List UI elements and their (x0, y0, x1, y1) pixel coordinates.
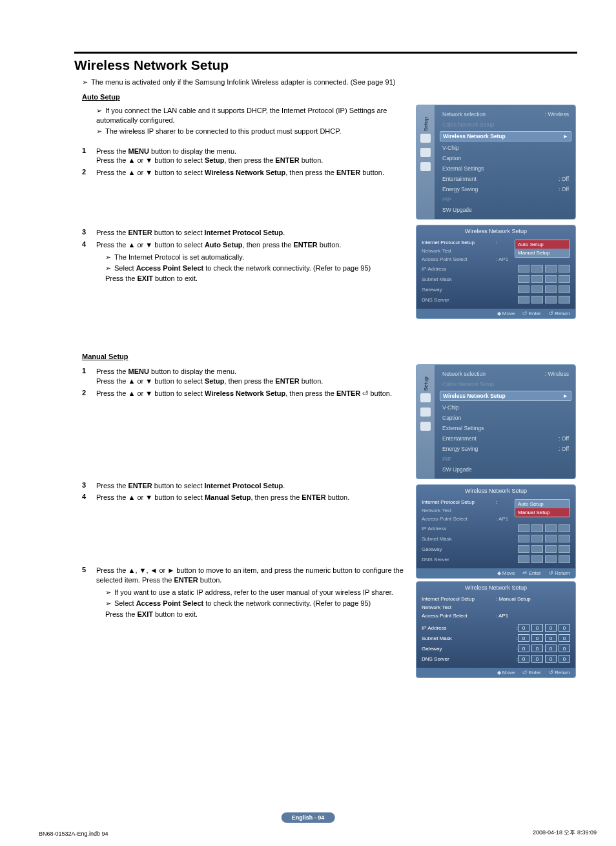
manual-step-2: 2 Press the ▲ or ▼ button to select Wire… (82, 389, 409, 398)
manual-step-4: 4 Press the ▲ or ▼ button to select Manu… (82, 493, 409, 502)
manual-sub-b: ➢Select Access Point Select to check the… (105, 599, 409, 608)
manual-exit: Press the EXIT button to exit. (105, 610, 409, 619)
osd-wns-panel-manual-entry: Wireless Network Setup Internet Protocol… (416, 581, 576, 678)
auto-bullet-2: ➢The wireless IP sharer to be connected … (96, 127, 409, 136)
footer-right: 2008-04-18 오후 8:39:09 (533, 829, 597, 837)
intro-note: ➢The menu is activated only if the Samsu… (82, 78, 577, 87)
auto-step-4: 4 Press the ▲ or ▼ button to select Auto… (82, 240, 409, 250)
manual-step-5: 5 Press the ▲, ▼, ◄ or ► button to move … (82, 566, 409, 585)
manual-sub-a: ➢If you want to use a static IP address,… (105, 588, 409, 597)
manual-step-1: 1 Press the MENU button to display the m… (82, 367, 409, 386)
input-icon (420, 422, 431, 431)
sidebar-label: Setup (423, 117, 429, 131)
osd-wns-panel-manual-dd: Wireless Network Setup Internet Protocol… (416, 484, 576, 579)
osd-wns-panel-auto: Wireless Network Setup Internet Protocol… (416, 225, 576, 319)
gear-icon (420, 134, 431, 143)
gear-icon (420, 393, 431, 402)
auto-step-3: 3 Press the ENTER button to select Inter… (82, 228, 409, 238)
dropdown-auto: Auto Setup Manual Setup (515, 240, 570, 258)
auto-exit: Press the EXIT button to exit. (105, 274, 409, 284)
page-title: Wireless Network Setup (74, 52, 577, 73)
dish-icon (420, 408, 431, 417)
osd-setup-menu-1: Setup Network selection: Wireless Cable … (416, 105, 576, 220)
auto-setup-heading: Auto Setup (82, 93, 577, 101)
auto-step-1: 1 Press the MENU button to display the m… (82, 147, 409, 166)
manual-setup-heading: Manual Setup (82, 353, 577, 360)
input-icon (420, 162, 431, 171)
page-badge: English - 94 (282, 812, 335, 823)
osd-setup-menu-2: Setup Network selection: Wireless Cable … (416, 364, 576, 479)
auto-step-2: 2 Press the ▲ or ▼ button to select Wire… (82, 168, 409, 178)
footer-left: BN68-01532A-Eng.indb 94 (39, 831, 108, 837)
auto-sub-a: ➢The Internet Protocol is set automatica… (105, 253, 409, 262)
auto-sub-b: ➢Select Access Point Select to check the… (105, 263, 409, 273)
manual-step-3: 3 Press the ENTER button to select Inter… (82, 481, 409, 491)
auto-bullet-1: ➢If you connect the LAN cable and it sup… (96, 106, 409, 125)
dish-icon (420, 148, 431, 157)
dropdown-manual: Auto Setup Manual Setup (515, 499, 570, 517)
